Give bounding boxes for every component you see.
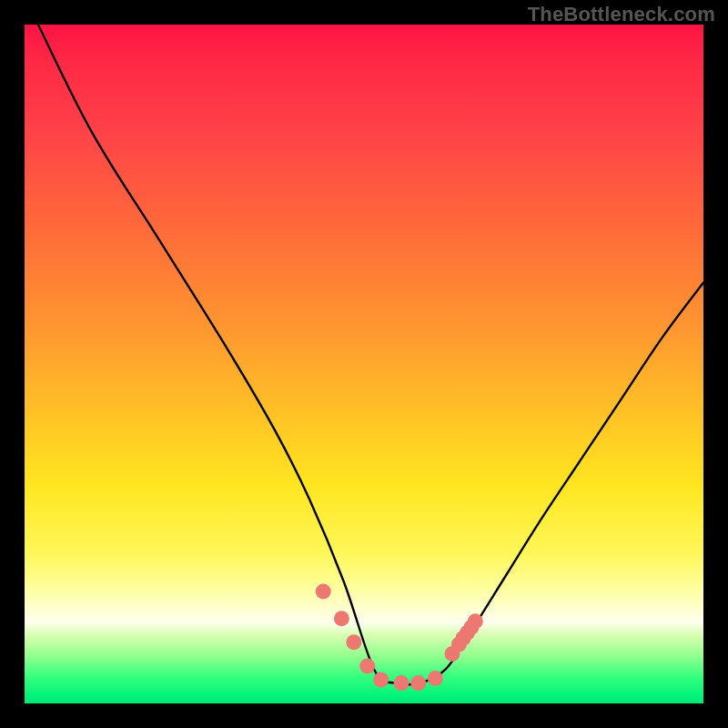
data-dot	[316, 583, 331, 599]
data-dot	[468, 613, 483, 629]
data-dot	[428, 671, 443, 686]
data-dots	[316, 583, 483, 691]
data-dot	[334, 611, 349, 626]
chart-svg	[25, 25, 703, 703]
outer-frame: TheBottleneck.com	[0, 0, 728, 728]
data-dot	[410, 675, 426, 691]
data-dot	[394, 675, 410, 691]
data-dot	[359, 658, 375, 673]
data-dot	[346, 634, 361, 650]
data-dot	[373, 672, 389, 687]
plot-area	[25, 25, 703, 703]
watermark-text: TheBottleneck.com	[528, 3, 715, 26]
bottleneck-curve	[38, 25, 703, 685]
